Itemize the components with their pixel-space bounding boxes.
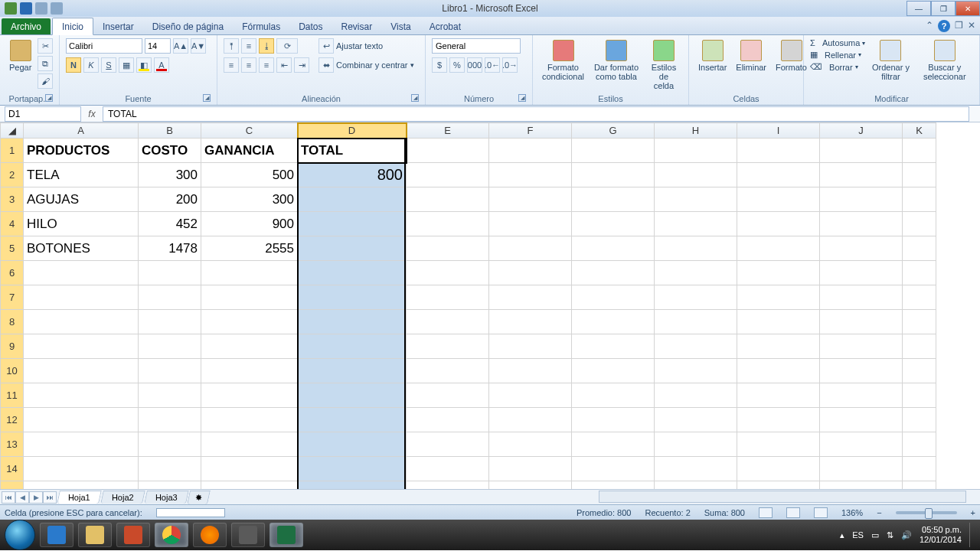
cell-D10[interactable] [298, 359, 407, 383]
cell-F4[interactable] [489, 212, 572, 236]
col-header-K[interactable]: K [903, 123, 936, 139]
indent-increase-icon[interactable]: ⇥ [294, 57, 309, 73]
redo-icon[interactable] [51, 2, 63, 15]
cell-K10[interactable] [903, 359, 936, 383]
cell-B8[interactable] [139, 310, 201, 334]
col-header-C[interactable]: C [201, 123, 298, 139]
cell-H13[interactable] [655, 432, 737, 457]
cell-F12[interactable] [489, 408, 572, 432]
cell-F10[interactable] [489, 359, 572, 383]
cell-H4[interactable] [655, 212, 737, 236]
format-painter-icon[interactable]: 🖌 [38, 73, 53, 89]
zoom-in-icon[interactable]: + [971, 508, 975, 517]
maximize-button[interactable]: ❐ [931, 1, 956, 16]
cell-J3[interactable] [820, 187, 903, 212]
cell-I3[interactable] [737, 187, 820, 212]
cell-K11[interactable] [903, 383, 936, 408]
cell-I6[interactable] [737, 261, 820, 285]
task-explorer[interactable] [78, 523, 112, 547]
cell-styles-button[interactable]: Estilos de celda [645, 38, 682, 92]
sheet-nav-first-icon[interactable]: ⏮ [2, 491, 15, 504]
cell-D5[interactable] [298, 236, 407, 261]
cell-K7[interactable] [903, 285, 936, 310]
cell-F3[interactable] [489, 187, 572, 212]
row-header-14[interactable]: 14 [1, 457, 24, 481]
cell-H12[interactable] [655, 408, 737, 432]
cell-D1[interactable]: TOTAL [298, 139, 407, 163]
tray-lang[interactable]: ES [852, 530, 864, 540]
cell-B13[interactable] [139, 432, 201, 457]
tab-revisar[interactable]: Revisar [332, 18, 382, 34]
indent-decrease-icon[interactable]: ⇤ [276, 57, 292, 73]
orientation-icon[interactable]: ⟳ [276, 38, 298, 54]
cut-icon[interactable]: ✂ [38, 38, 53, 54]
align-dialog-icon[interactable]: ◢ [411, 94, 419, 102]
shrink-font-icon[interactable]: A▼ [191, 38, 206, 54]
wrap-text-button[interactable]: ↩Ajustar texto [318, 38, 414, 54]
cell-B1[interactable]: COSTO [139, 139, 201, 163]
cell-E15[interactable] [407, 481, 489, 490]
sheet-tab-3[interactable]: Hoja3 [144, 491, 188, 504]
percent-icon[interactable]: % [449, 57, 465, 73]
cell-F11[interactable] [489, 383, 572, 408]
cell-E2[interactable] [407, 163, 489, 187]
cell-B7[interactable] [139, 285, 201, 310]
cell-I4[interactable] [737, 212, 820, 236]
cell-I9[interactable] [737, 334, 820, 359]
format-as-table-button[interactable]: Dar formato como tabla [590, 38, 642, 83]
worksheet-grid[interactable]: ◢ A B C D E F G H I J K 1 PRODUCTOS COST… [0, 122, 980, 489]
show-desktop-button[interactable] [969, 523, 975, 547]
delete-cells-button[interactable]: Eliminar [733, 38, 769, 73]
cell-I7[interactable] [737, 285, 820, 310]
cell-C1[interactable]: GANANCIA [201, 139, 298, 163]
number-format-select[interactable] [432, 38, 521, 54]
task-app1[interactable] [116, 523, 150, 547]
col-header-J[interactable]: J [820, 123, 903, 139]
align-center-icon[interactable]: ≡ [241, 57, 256, 73]
cell-B5[interactable]: 1478 [139, 236, 201, 261]
cell-J1[interactable] [820, 139, 903, 163]
cell-E1[interactable] [407, 139, 489, 163]
cell-H6[interactable] [655, 261, 737, 285]
cell-A10[interactable] [24, 359, 139, 383]
cell-I5[interactable] [737, 236, 820, 261]
cell-A15[interactable] [24, 481, 139, 490]
align-right-icon[interactable]: ≡ [259, 57, 274, 73]
cell-A7[interactable] [24, 285, 139, 310]
cell-G13[interactable] [572, 432, 655, 457]
cell-I14[interactable] [737, 457, 820, 481]
view-normal-icon[interactable] [759, 507, 773, 518]
cell-A14[interactable] [24, 457, 139, 481]
cell-J15[interactable] [820, 481, 903, 490]
col-header-B[interactable]: B [139, 123, 201, 139]
cell-A2[interactable]: TELA [24, 163, 139, 187]
cell-B9[interactable] [139, 334, 201, 359]
row-header-12[interactable]: 12 [1, 408, 24, 432]
cell-K3[interactable] [903, 187, 936, 212]
cell-G12[interactable] [572, 408, 655, 432]
font-size-select[interactable] [145, 38, 171, 54]
cell-A5[interactable]: BOTONES [24, 236, 139, 261]
cell-E4[interactable] [407, 212, 489, 236]
paste-button[interactable]: Pegar [6, 38, 34, 73]
border-button[interactable]: ▦ [119, 57, 134, 73]
cell-A11[interactable] [24, 383, 139, 408]
cell-J7[interactable] [820, 285, 903, 310]
cell-J11[interactable] [820, 383, 903, 408]
merge-center-button[interactable]: ⬌Combinar y centrar▾ [318, 57, 414, 73]
cell-F7[interactable] [489, 285, 572, 310]
col-header-G[interactable]: G [572, 123, 655, 139]
cell-F13[interactable] [489, 432, 572, 457]
col-header-H[interactable]: H [655, 123, 737, 139]
cell-C11[interactable] [201, 383, 298, 408]
cell-K9[interactable] [903, 334, 936, 359]
cell-E6[interactable] [407, 261, 489, 285]
cell-D3[interactable] [298, 187, 407, 212]
autosum-button[interactable]: Σ Autosuma▾ [810, 38, 865, 47]
cell-F6[interactable] [489, 261, 572, 285]
cell-K2[interactable] [903, 163, 936, 187]
cell-D14[interactable] [298, 457, 407, 481]
cell-D15[interactable] [298, 481, 407, 490]
tray-flag-icon[interactable]: ▭ [871, 530, 879, 540]
cell-J10[interactable] [820, 359, 903, 383]
